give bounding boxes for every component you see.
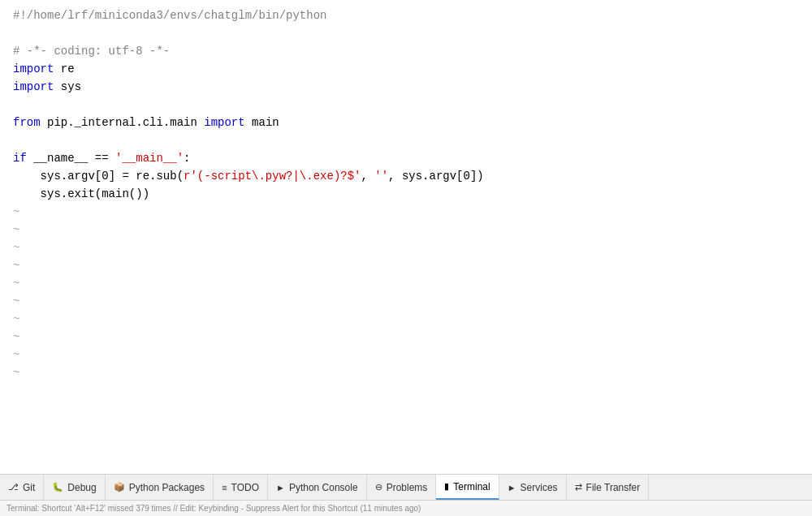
tab-python-packages-label: Python Packages: [129, 482, 205, 493]
tilde-6: ~: [0, 292, 812, 310]
code-line-argv: sys.argv[0] = re.sub(r'(-script\.pyw?|\.…: [0, 167, 812, 185]
tab-todo[interactable]: ≡ TODO: [214, 475, 268, 500]
colon: :: [184, 149, 190, 167]
tab-file-transfer-label: File Transfer: [586, 482, 641, 493]
file-transfer-icon: ⇄: [575, 482, 582, 492]
keyword-from: from: [13, 114, 41, 131]
status-bar: Terminal: Shortcut 'Alt+F12' missed 379 …: [0, 500, 812, 516]
code-line-empty-2: [0, 96, 812, 114]
comma-2: , sys.argv[: [388, 167, 463, 185]
comment-text: # -*- coding: utf-8 -*-: [13, 42, 170, 60]
tab-python-console-label: Python Console: [289, 482, 358, 493]
code-line-if: if __name__ == '__main__':: [0, 149, 812, 167]
zero-1: 0: [102, 167, 108, 185]
tab-terminal-label: Terminal: [453, 481, 490, 492]
indent-1: sys.argv[: [13, 167, 102, 185]
problems-icon: ⊖: [375, 482, 382, 492]
services-icon: ►: [508, 483, 516, 492]
python-packages-icon: 📦: [114, 482, 125, 492]
name-check: __name__ ==: [27, 149, 115, 167]
terminal-icon: ▮: [444, 481, 449, 492]
tilde-4: ~: [0, 256, 812, 274]
tab-problems[interactable]: ⊖ Problems: [367, 475, 437, 500]
keyword-import-sys: import: [13, 78, 54, 96]
empty-string: '': [374, 167, 388, 185]
shebang-text: #!/home/lrf/miniconda3/envs/chatglm/bin/…: [13, 6, 326, 24]
tab-todo-label: TODO: [231, 482, 259, 493]
comma-1: ,: [361, 167, 374, 185]
tilde-9: ~: [0, 346, 812, 363]
tab-terminal[interactable]: ▮ Terminal: [436, 475, 499, 500]
tilde-1: ~: [0, 203, 812, 221]
tab-services[interactable]: ► Services: [499, 475, 567, 500]
python-console-icon: ►: [276, 483, 285, 492]
tab-git[interactable]: ⎇ Git: [0, 475, 44, 500]
tilde-2: ~: [0, 221, 812, 239]
tab-file-transfer[interactable]: ⇄ File Transfer: [567, 475, 650, 500]
code-line-empty-1: [0, 24, 812, 42]
module-re: re: [54, 60, 74, 78]
tilde-5: ~: [0, 274, 812, 292]
assign: ] = re.sub(: [109, 167, 184, 185]
code-line-comment: # -*- coding: utf-8 -*-: [0, 42, 812, 60]
tab-python-console[interactable]: ► Python Console: [268, 475, 367, 500]
indent-2: sys.exit(main()): [13, 185, 149, 203]
tilde-7: ~: [0, 310, 812, 328]
regex-string: r'(-script\.pyw?|\.exe)?$': [184, 167, 361, 185]
tab-services-label: Services: [520, 482, 558, 493]
module-path: pip._internal.cli.main: [41, 114, 205, 131]
string-main: '__main__': [115, 149, 184, 167]
debug-icon: 🐛: [52, 482, 63, 492]
tilde-8: ~: [0, 328, 812, 346]
tab-problems-label: Problems: [387, 482, 428, 493]
code-line-empty-3: [0, 131, 812, 149]
tilde-10: ~: [0, 363, 812, 381]
keyword-import: import: [204, 114, 244, 131]
code-editor: #!/home/lrf/miniconda3/envs/chatglm/bin/…: [0, 0, 812, 474]
code-line-shebang: #!/home/lrf/miniconda3/envs/chatglm/bin/…: [0, 6, 812, 24]
status-text: Terminal: Shortcut 'Alt+F12' missed 379 …: [6, 504, 421, 513]
tab-git-label: Git: [23, 482, 35, 493]
keyword-import-re: import: [13, 60, 54, 78]
tilde-3: ~: [0, 239, 812, 256]
code-line-from-import: from pip._internal.cli.main import main: [0, 114, 812, 131]
close-paren: ]): [470, 167, 484, 185]
module-sys: sys: [54, 78, 81, 96]
git-icon: ⎇: [8, 482, 19, 492]
todo-icon: ≡: [222, 483, 227, 492]
code-line-exit: sys.exit(main()): [0, 185, 812, 203]
tab-debug-label: Debug: [67, 482, 96, 493]
tab-python-packages[interactable]: 📦 Python Packages: [106, 475, 214, 500]
import-main: main: [245, 114, 279, 131]
tab-debug[interactable]: 🐛 Debug: [44, 475, 105, 500]
zero-2: 0: [464, 167, 470, 185]
code-line-import-re: import re: [0, 60, 812, 78]
keyword-if: if: [13, 149, 27, 167]
bottom-toolbar: ⎇ Git 🐛 Debug 📦 Python Packages ≡ TODO ►…: [0, 474, 812, 500]
code-line-import-sys: import sys: [0, 78, 812, 96]
